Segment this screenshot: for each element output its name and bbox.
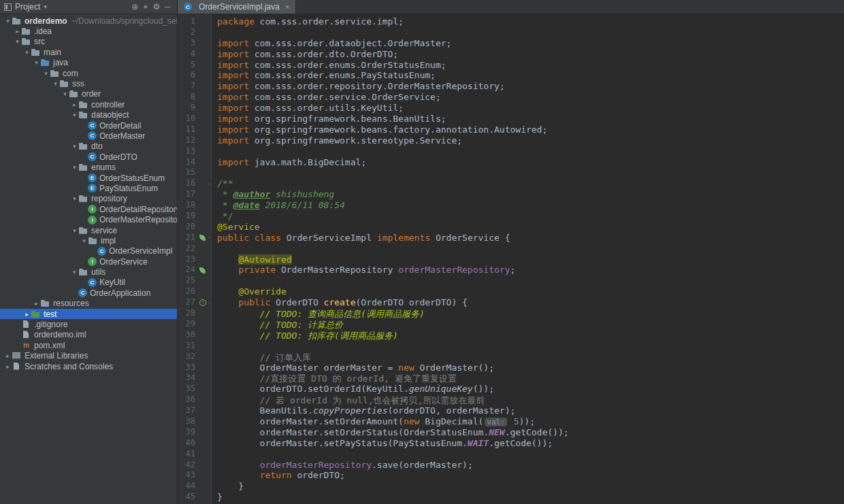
code-line[interactable]: 20@Service xyxy=(178,222,844,233)
line-number[interactable]: 18 xyxy=(178,200,198,211)
line-number[interactable]: 29 xyxy=(178,319,198,330)
tree-item-orderstatusenum[interactable]: EOrderStatusEnum xyxy=(0,173,177,183)
fold-marker-icon[interactable]: − xyxy=(208,181,212,187)
code-line[interactable]: 4import com.sss.order.dto.OrderDTO; xyxy=(178,49,844,60)
chevron-open-icon[interactable]: ▾ xyxy=(71,112,78,118)
code-line[interactable]: 40 orderMaster.setPayStatus(PayStatusEnu… xyxy=(178,438,844,449)
chevron-open-icon[interactable]: ▾ xyxy=(23,49,31,56)
line-number[interactable]: 2 xyxy=(178,27,198,38)
code-line[interactable]: 15 xyxy=(178,167,844,178)
tree-item-scratches-and-consoles[interactable]: ▸Scratches and Consoles xyxy=(0,361,177,371)
code-line[interactable]: 5import com.sss.order.enums.OrderStatusE… xyxy=(178,60,844,71)
tree-item-orderserviceimpl[interactable]: COrderServiceImpl xyxy=(0,246,177,256)
tree-item-orderdto[interactable]: COrderDTO xyxy=(0,152,177,162)
code-line[interactable]: 7import com.sss.order.repository.OrderMa… xyxy=(178,81,844,92)
code-line[interactable]: 13 xyxy=(178,146,844,157)
tree-item-service[interactable]: ▾service xyxy=(0,225,177,235)
code-line[interactable]: 18 * @date 2018/6/11 08:54 xyxy=(178,200,844,211)
chevron-closed-icon[interactable]: ▸ xyxy=(23,311,31,318)
line-number[interactable]: 44 xyxy=(178,481,198,492)
code-line[interactable]: 26 @Override xyxy=(178,286,844,297)
line-number[interactable]: 30 xyxy=(178,330,198,341)
settings-icon[interactable]: ⚙ xyxy=(151,2,162,12)
line-number[interactable]: 41 xyxy=(178,449,198,460)
line-number[interactable]: 22 xyxy=(178,243,198,254)
code-line[interactable]: 2 xyxy=(178,27,844,38)
line-number[interactable]: 33 xyxy=(178,363,198,373)
chevron-open-icon[interactable]: ▾ xyxy=(52,80,59,87)
chevron-open-icon[interactable]: ▾ xyxy=(14,38,21,45)
tree-item-idea[interactable]: ▸.idea xyxy=(0,26,177,36)
tree-item-controller[interactable]: ▸controller xyxy=(0,99,177,110)
code-line[interactable]: 42 orderMasterRepository.save(orderMaste… xyxy=(178,460,844,471)
locate-icon[interactable]: ⌖ xyxy=(140,2,151,12)
tree-item-java[interactable]: ▾java xyxy=(0,58,177,68)
chevron-open-icon[interactable]: ▾ xyxy=(61,90,69,97)
code-line[interactable]: 35 orderDTO.setOrderId(KeyUtil.genUnique… xyxy=(178,384,844,394)
tree-item-orderdetailrepository[interactable]: IOrderDetailRepository xyxy=(0,204,177,214)
code-line[interactable]: 41 xyxy=(178,449,844,460)
override-icon[interactable]: ↑ xyxy=(199,299,206,306)
line-number[interactable]: 31 xyxy=(178,341,198,352)
code-line[interactable]: 24 private OrderMasterRepository orderMa… xyxy=(178,265,844,275)
chevron-closed-icon[interactable]: ▸ xyxy=(14,28,21,35)
chevron-closed-icon[interactable]: ▸ xyxy=(71,101,78,108)
code-line[interactable]: 9import com.sss.order.utils.KeyUtil; xyxy=(178,103,844,114)
code-line[interactable]: 44 } xyxy=(178,481,844,492)
fold-marker-icon[interactable]: − xyxy=(208,235,212,241)
line-number[interactable]: 37 xyxy=(178,405,198,416)
line-number[interactable]: 20 xyxy=(178,222,198,233)
project-tool-window-icon[interactable] xyxy=(4,3,12,11)
tree-item-src[interactable]: ▾src xyxy=(0,37,177,47)
code-line[interactable]: 37 BeanUtils.copyProperties(orderDTO, or… xyxy=(178,405,844,416)
tree-item-dto[interactable]: ▾dto xyxy=(0,141,177,152)
line-number[interactable]: 8 xyxy=(178,92,198,103)
tree-item-repository[interactable]: ▾repository xyxy=(0,194,177,204)
code-line[interactable]: 14import java.math.BigDecimal; xyxy=(178,157,844,168)
line-number[interactable]: 40 xyxy=(178,438,198,449)
code-line[interactable]: 28 // TODO: 查询商品信息(调用商品服务) xyxy=(178,308,844,319)
code-line[interactable]: 36 // 若 orderId 为 null,也会被拷贝,所以需放在最前 xyxy=(178,394,844,405)
code-line[interactable]: 21−public class OrderServiceImpl impleme… xyxy=(178,233,844,243)
chevron-open-icon[interactable]: ▾ xyxy=(71,227,78,234)
tree-item-orderdemo[interactable]: ▾orderdemo~/Downloads/springcloud_sell/o… xyxy=(0,16,177,26)
chevron-open-icon[interactable]: ▾ xyxy=(71,195,78,202)
line-number[interactable]: 12 xyxy=(178,135,198,146)
line-number[interactable]: 14 xyxy=(178,157,198,168)
line-number[interactable]: 27 xyxy=(178,297,198,308)
tree-item-keyutil[interactable]: CKeyUtil xyxy=(0,278,177,288)
code-line[interactable]: 19 */ xyxy=(178,211,844,222)
hide-icon[interactable]: ─ xyxy=(162,2,173,12)
line-number[interactable]: 34 xyxy=(178,373,198,384)
tree-item-ordermasterrepository[interactable]: IOrderMasterRepository xyxy=(0,214,177,224)
line-number[interactable]: 42 xyxy=(178,460,198,471)
tree-item-gitignore[interactable]: .gitignore xyxy=(0,319,177,329)
expand-icon[interactable]: ⊕ xyxy=(129,2,140,12)
line-number[interactable]: 19 xyxy=(178,211,198,222)
chevron-open-icon[interactable]: ▾ xyxy=(71,269,78,275)
line-number[interactable]: 15 xyxy=(178,167,198,178)
code-line[interactable]: 39 orderMaster.setOrderStatus(OrderStatu… xyxy=(178,427,844,438)
tree-item-orderdemo-iml[interactable]: orderdemo.iml xyxy=(0,330,177,340)
code-line[interactable]: 27↑− public OrderDTO create(OrderDTO ord… xyxy=(178,297,844,308)
chevron-open-icon[interactable]: ▾ xyxy=(4,18,12,24)
chevron-open-icon[interactable]: ▾ xyxy=(33,59,40,66)
tree-item-sss[interactable]: ▾sss xyxy=(0,78,177,88)
tree-item-orderdetail[interactable]: COrderDetail xyxy=(0,120,177,131)
code-line[interactable]: 12import org.springframework.stereotype.… xyxy=(178,135,844,146)
editor-scrollbar[interactable] xyxy=(837,14,844,504)
tree-item-com[interactable]: ▾com xyxy=(0,68,177,78)
chevron-closed-icon[interactable]: ▸ xyxy=(4,363,12,370)
line-number[interactable]: 6 xyxy=(178,70,198,81)
code-line[interactable]: 25 xyxy=(178,275,844,286)
spring-bean-icon[interactable] xyxy=(199,267,206,273)
close-icon[interactable]: × xyxy=(285,3,289,11)
line-number[interactable]: 28 xyxy=(178,308,198,319)
code-line[interactable]: 3import com.sss.order.dataobject.OrderMa… xyxy=(178,38,844,49)
tree-item-utils[interactable]: ▾utils xyxy=(0,267,177,277)
code-line[interactable]: 32 // 订单入库 xyxy=(178,352,844,363)
spring-bean-icon[interactable] xyxy=(199,235,206,241)
line-number[interactable]: 38 xyxy=(178,416,198,427)
tree-item-order[interactable]: ▾order xyxy=(0,89,177,99)
line-number[interactable]: 24 xyxy=(178,265,198,275)
